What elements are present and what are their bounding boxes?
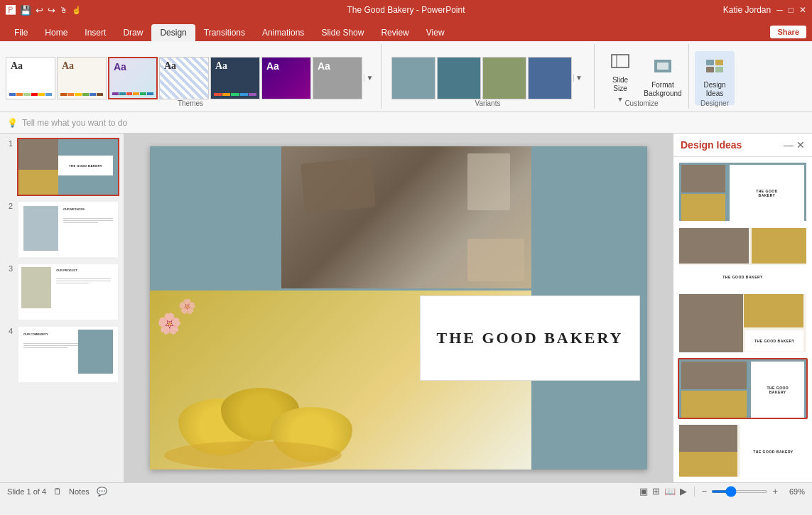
design-idea-1[interactable]: THE GOODBAKERY bbox=[678, 161, 808, 222]
design-panel-header: Design Ideas — ✕ bbox=[673, 134, 812, 157]
theme-6[interactable]: Aa bbox=[261, 57, 311, 99]
comments-icon[interactable]: 💬 bbox=[97, 487, 107, 497]
tab-view[interactable]: View bbox=[418, 24, 453, 41]
svg-rect-3 bbox=[657, 63, 668, 70]
touch-icon[interactable]: ☝ bbox=[72, 6, 82, 15]
design-ideas-icon bbox=[705, 58, 725, 78]
variant-3[interactable] bbox=[482, 57, 526, 99]
svg-rect-4 bbox=[706, 60, 714, 65]
variants-scroll-down[interactable]: ▼ bbox=[573, 74, 585, 82]
slide-sorter-icon[interactable]: ⊞ bbox=[652, 486, 660, 497]
di3-label: THE GOOD BAKERY bbox=[754, 339, 794, 343]
status-left: Slide 1 of 4 🗒 Notes 💬 bbox=[7, 487, 107, 497]
tab-draw[interactable]: Draw bbox=[114, 24, 151, 41]
di2-img1 bbox=[679, 228, 749, 264]
design-idea-2[interactable]: THE GOOD BAKERY bbox=[678, 227, 808, 288]
save-icon[interactable]: 💾 bbox=[20, 5, 31, 16]
slide-br-teal bbox=[534, 399, 647, 470]
slide-size-button[interactable]: SlideSize ▼ bbox=[600, 51, 640, 105]
close-icon[interactable]: ✕ bbox=[799, 5, 806, 15]
zoom-in-icon[interactable]: + bbox=[772, 486, 778, 497]
theme-4[interactable]: Aa bbox=[159, 57, 209, 99]
svg-rect-0 bbox=[612, 55, 629, 67]
design-panel-controls: — ✕ bbox=[784, 139, 805, 151]
tab-transitions[interactable]: Transitions bbox=[195, 24, 254, 41]
collapse-icon[interactable]: — bbox=[784, 139, 794, 151]
customize-icon[interactable]: 🖱 bbox=[60, 6, 67, 14]
design-panel: Design Ideas — ✕ THE GOODBAKERY bbox=[673, 134, 812, 482]
slide-size-dropdown-icon: ▼ bbox=[617, 96, 624, 103]
di5-label: THE GOOD BAKERY bbox=[753, 450, 793, 454]
di1-left bbox=[679, 163, 727, 222]
theme-3[interactable]: Aa bbox=[108, 57, 158, 99]
slide-thumb-1[interactable]: 1 THE GOOD BAKERY bbox=[4, 138, 119, 196]
format-background-icon bbox=[653, 58, 673, 78]
restore-icon[interactable]: □ bbox=[789, 5, 794, 15]
minimize-icon[interactable]: ─ bbox=[776, 5, 783, 15]
slide-tl-rect bbox=[150, 146, 279, 288]
tab-slideshow[interactable]: Slide Show bbox=[313, 24, 372, 41]
di3-img2 bbox=[744, 294, 803, 327]
slide-tr-photo bbox=[281, 146, 531, 288]
theme-7[interactable]: Aa bbox=[313, 57, 362, 99]
tab-review[interactable]: Review bbox=[372, 24, 417, 41]
customize-section: SlideSize ▼ FormatBackground Customize bbox=[595, 44, 689, 109]
slide-num-4: 4 bbox=[4, 325, 13, 335]
zoom-out-icon[interactable]: − bbox=[702, 486, 708, 497]
reading-view-icon[interactable]: 📖 bbox=[664, 486, 676, 497]
design-panel-title: Design Ideas bbox=[681, 139, 742, 151]
zoom-level[interactable]: 69% bbox=[782, 487, 805, 496]
slideshow-view-icon[interactable]: ▶ bbox=[680, 486, 687, 497]
share-button[interactable]: Share bbox=[770, 26, 806, 38]
variants-section: ▼ Variants bbox=[381, 44, 595, 109]
di4-left bbox=[679, 359, 749, 419]
slide2-thumb-img bbox=[23, 206, 58, 250]
format-background-label: FormatBackground bbox=[644, 81, 681, 98]
normal-view-icon[interactable]: ▣ bbox=[639, 486, 648, 497]
close-panel-icon[interactable]: ✕ bbox=[796, 139, 805, 151]
slide1-thumb-img2 bbox=[18, 170, 58, 195]
tab-design[interactable]: Design bbox=[151, 24, 195, 41]
window-title: The Good Bakery - PowerPoint bbox=[347, 5, 465, 15]
design-idea-3[interactable]: THE GOOD BAKERY bbox=[678, 293, 808, 354]
design-idea-4[interactable]: THE GOODBAKERY bbox=[678, 358, 808, 419]
tab-animations[interactable]: Animations bbox=[254, 24, 313, 41]
slide-notes-icon[interactable]: 🗒 bbox=[53, 487, 62, 497]
slide-thumb-2[interactable]: 2 OUR METHODS bbox=[4, 200, 119, 259]
zoom-slider[interactable] bbox=[711, 490, 768, 493]
ribbon-tabs: File Home Insert Draw Design Transitions… bbox=[0, 20, 812, 41]
theme-office[interactable]: Aa bbox=[6, 57, 55, 99]
format-background-button[interactable]: FormatBackground bbox=[643, 51, 683, 105]
di4-text-box: THE GOODBAKERY bbox=[751, 362, 804, 418]
design-ideas-button[interactable]: DesignIdeas bbox=[695, 51, 735, 105]
undo-icon[interactable]: ↩ bbox=[36, 5, 43, 16]
slide-thumb-3[interactable]: 3 OUR PRODUCT bbox=[4, 263, 119, 321]
customize-label: Customize bbox=[624, 99, 658, 107]
slide-canvas[interactable]: 🌸 🌸 THE GOOD BAKERY bbox=[150, 146, 647, 470]
tab-file[interactable]: File bbox=[6, 24, 36, 41]
di2-text-box: THE GOOD BAKERY bbox=[679, 265, 806, 288]
di2-layout: THE GOOD BAKERY bbox=[679, 228, 806, 288]
notes-label[interactable]: Notes bbox=[69, 487, 90, 496]
di1-label: THE GOODBAKERY bbox=[756, 189, 778, 197]
themes-scroll-down[interactable]: ▼ bbox=[364, 74, 375, 82]
svg-rect-5 bbox=[715, 60, 723, 65]
theme-5[interactable]: Aa bbox=[210, 57, 260, 99]
tab-insert[interactable]: Insert bbox=[76, 24, 114, 41]
variant-1[interactable] bbox=[391, 57, 435, 99]
tell-me-text[interactable]: Tell me what you want to do bbox=[22, 118, 127, 128]
design-idea-5[interactable]: THE GOOD BAKERY bbox=[678, 423, 808, 478]
slide1-thumb-img1 bbox=[18, 139, 58, 170]
variant-2[interactable] bbox=[437, 57, 481, 99]
slide-title-box[interactable]: THE GOOD BAKERY bbox=[420, 296, 640, 381]
slide-thumb-4[interactable]: 4 OUR COMMUNITY bbox=[4, 325, 119, 384]
redo-icon[interactable]: ↪ bbox=[48, 5, 55, 16]
variant-4[interactable] bbox=[528, 57, 572, 99]
di1-img2 bbox=[681, 194, 725, 222]
customize-buttons: SlideSize ▼ FormatBackground bbox=[600, 48, 683, 105]
slide-num-3: 3 bbox=[4, 263, 13, 273]
slide-preview-4: OUR COMMUNITY bbox=[17, 325, 119, 384]
slide2-thumb-title: OUR METHODS bbox=[63, 207, 85, 211]
theme-2[interactable]: Aa bbox=[57, 57, 107, 99]
tab-home[interactable]: Home bbox=[36, 24, 76, 41]
